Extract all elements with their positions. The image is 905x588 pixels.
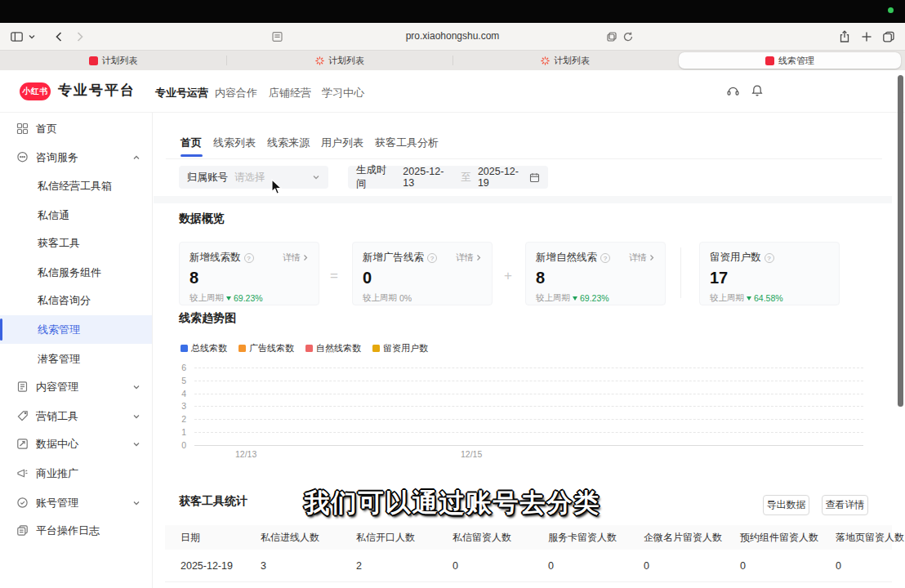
cell: 0 (644, 582, 649, 588)
date-range-picker[interactable]: 生成时间 2025-12-13 至 2025-12-19 (348, 166, 548, 189)
gridline (194, 381, 863, 381)
new-tab-icon[interactable] (861, 31, 872, 42)
share-icon[interactable] (838, 29, 851, 43)
detail-link[interactable]: 详情 (629, 252, 655, 264)
data-chart-icon (16, 438, 29, 450)
sidebar-item-dm-consult-score[interactable]: 私信咨询分 (0, 286, 152, 314)
account-select-label: 归属账号 (187, 171, 228, 185)
delta-value: 0% (399, 293, 412, 303)
address-bar[interactable]: pro.xiaohongshu.com (0, 30, 905, 42)
chevron-up-icon[interactable] (132, 154, 140, 162)
section-title-overview: 数据概览 (179, 212, 225, 226)
tab-lead-list[interactable]: 线索列表 (213, 136, 256, 150)
help-icon[interactable]: ? (244, 253, 254, 263)
tab-lead-tool-analysis[interactable]: 获客工具分析 (375, 136, 439, 150)
calendar-icon (529, 172, 540, 183)
browser-tab-4-active[interactable]: 线索管理 (679, 52, 901, 69)
date-end-value: 2025-12-19 (478, 166, 529, 189)
help-icon[interactable]: ? (427, 253, 437, 263)
cell: 0 (452, 582, 458, 588)
grid-icon (16, 122, 29, 135)
account-select[interactable]: 归属账号 请选择 (179, 166, 328, 189)
date-range-separator: 至 (461, 171, 471, 185)
table-row-clipped[interactable]: 2025-12-18 4 1 0 0 0 0 0 (165, 582, 892, 588)
sidebar-item-lead-management-active[interactable]: 线索管理 (0, 315, 152, 344)
y-tick: 0 (154, 440, 186, 450)
x-tick: 12/15 (461, 449, 482, 459)
tab-overview-icon[interactable] (882, 30, 895, 42)
active-tab-underline (181, 154, 203, 157)
sidebar-item-marketing-tools[interactable]: 营销工具 (0, 402, 152, 430)
detail-link[interactable]: 详情 (283, 252, 309, 264)
help-icon[interactable]: ? (600, 253, 610, 263)
cell-date: 2025-12-19 (181, 550, 233, 582)
nav-operate[interactable]: 专业号运营 (155, 86, 208, 100)
loading-spinner-icon (315, 56, 324, 65)
delta-value: 69.23% (580, 293, 609, 303)
sidebar-item-consult-service[interactable]: 咨询服务 (0, 143, 152, 172)
sidebar-item-dm-service-component[interactable]: 私信服务组件 (0, 258, 152, 287)
sidebar-item-content-management[interactable]: 内容管理 (0, 372, 152, 401)
sidebar-item-label: 内容管理 (36, 380, 78, 394)
copy-pages-icon[interactable] (606, 31, 617, 42)
browser-tab-1[interactable]: 计划列表 (0, 52, 226, 69)
log-icon (16, 524, 29, 537)
nav-content-coop[interactable]: 内容合作 (215, 86, 257, 100)
detail-link[interactable]: 详情 (456, 252, 482, 264)
chevron-down-icon[interactable] (132, 412, 140, 421)
sidebar-item-potential-customer[interactable]: 潜客管理 (0, 345, 152, 373)
metric-title: 新增广告线索 (363, 251, 424, 265)
col-header: 服务卡留资人数 (548, 525, 617, 550)
sidebar-item-dm-toolbox[interactable]: 私信经营工具箱 (0, 172, 152, 200)
nav-shop[interactable]: 店铺经营 (269, 86, 311, 100)
chat-icon (16, 151, 29, 163)
legend-ad-leads[interactable]: 广告线索数 (239, 342, 294, 354)
document-icon (16, 381, 29, 393)
chevron-down-icon[interactable] (132, 440, 140, 448)
sidebar-item-home[interactable]: 首页 (0, 114, 152, 143)
legend-organic-leads[interactable]: 自然线索数 (305, 342, 361, 354)
browser-tab-3[interactable]: 计划列表 (453, 52, 677, 69)
table-row[interactable]: 2025-12-19 3 2 0 0 0 0 0 (165, 550, 892, 582)
tab-user-list[interactable]: 用户列表 (321, 136, 363, 150)
col-header: 私信开口人数 (356, 525, 415, 550)
xiaohongshu-logo[interactable]: 小红书 (20, 82, 51, 100)
sidebar-item-label: 营销工具 (36, 409, 78, 424)
reload-icon[interactable] (622, 31, 634, 42)
chevron-down-icon[interactable] (132, 383, 140, 391)
equals-operator: = (330, 268, 338, 284)
plus-operator: + (504, 268, 512, 284)
sidebar-item-commercial-promotion[interactable]: 商业推广 (0, 459, 152, 488)
bell-icon[interactable] (751, 84, 764, 97)
video-subtitle-overlay: 我们可以通过账号去分类 (0, 486, 905, 520)
metric-card-new-leads: 新增线索数 ? 详情 8 较上周期69.23% (179, 242, 319, 305)
tab-title: 计划列表 (102, 55, 138, 67)
gridline (194, 406, 863, 407)
sidebar-item-label: 获客工具 (38, 236, 80, 251)
tab-home[interactable]: 首页 (181, 136, 202, 150)
legend-swatch (181, 345, 188, 352)
product-name: 专业号平台 (58, 81, 136, 100)
nav-learning[interactable]: 学习中心 (322, 86, 364, 100)
loading-spinner-icon (541, 56, 550, 65)
legend-total-leads[interactable]: 总线索数 (181, 342, 227, 354)
gridline (194, 432, 863, 433)
headset-icon[interactable] (726, 84, 740, 97)
sidebar-item-dm-pass[interactable]: 私信通 (0, 201, 152, 229)
legend-retained-users[interactable]: 留资用户数 (372, 342, 428, 354)
sidebar-item-lead-tools[interactable]: 获客工具 (0, 229, 152, 257)
browser-tab-2[interactable]: 计划列表 (227, 52, 452, 69)
x-tick: 12/13 (235, 449, 256, 459)
help-icon[interactable]: ? (765, 253, 774, 263)
scrollbar-thumb[interactable] (898, 75, 903, 407)
sidebar-item-label: 私信服务组件 (38, 265, 101, 280)
legend-swatch (239, 345, 246, 352)
sidebar-item-data-center[interactable]: 数据中心 (0, 430, 152, 458)
gridline (194, 394, 863, 394)
section-separator (154, 196, 892, 203)
cell: 0 (548, 582, 554, 588)
tab-lead-source[interactable]: 线索来源 (267, 136, 310, 150)
y-tick: 1 (154, 427, 186, 437)
sidebar-item-platform-log[interactable]: 平台操作日志 (0, 516, 152, 545)
sidebar-item-label: 线索管理 (38, 323, 80, 337)
